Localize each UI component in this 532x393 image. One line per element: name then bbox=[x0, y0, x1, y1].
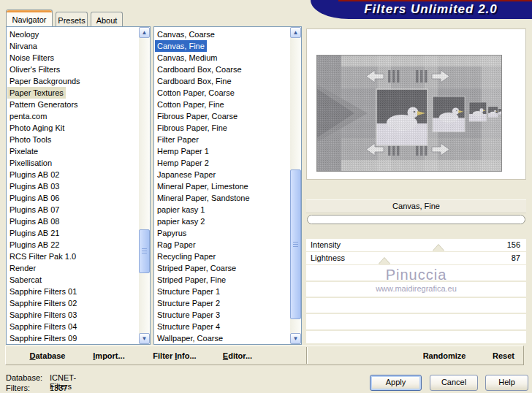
category-item[interactable]: Pixellisation bbox=[7, 157, 54, 169]
category-item[interactable]: Plugins AB 02 bbox=[7, 169, 62, 180]
filter-item[interactable]: papier kasy 1 bbox=[155, 204, 207, 215]
empty-slider-slot bbox=[306, 298, 526, 313]
scroll-thumb[interactable] bbox=[139, 229, 150, 273]
category-item[interactable]: Paper Textures bbox=[7, 87, 66, 99]
category-item[interactable]: Sapphire Filters 04 bbox=[7, 321, 79, 332]
filter-item[interactable]: Striped Paper, Coarse bbox=[155, 262, 238, 274]
category-item[interactable]: Pattern Generators bbox=[7, 99, 80, 110]
filter-item[interactable]: Fibrous Paper, Fine bbox=[155, 122, 229, 134]
apply-button[interactable]: Apply bbox=[370, 375, 422, 391]
category-item[interactable]: Oliver's Filters bbox=[7, 64, 62, 75]
category-item[interactable]: Sapphire Filters 09 bbox=[7, 332, 79, 343]
watermark-url: www.maidiregrafica.eu bbox=[306, 284, 526, 293]
category-item[interactable]: RCS Filter Pak 1.0 bbox=[7, 251, 78, 262]
filter-item[interactable]: Filter Paper bbox=[155, 134, 201, 145]
filter-item[interactable]: Striped Paper, Fine bbox=[155, 274, 228, 286]
filter-scrollbar[interactable]: ▲ ▼ bbox=[290, 27, 301, 344]
filter-item[interactable]: Structure Paper 1 bbox=[155, 286, 222, 297]
filter-item[interactable]: Structure Paper 3 bbox=[155, 309, 222, 321]
category-item[interactable]: Render bbox=[7, 262, 38, 274]
command-strip: Database Import... Filter Info... Editor… bbox=[5, 346, 524, 365]
filter-item[interactable]: Papyrus bbox=[155, 227, 189, 239]
filter-item[interactable]: Rag Paper bbox=[155, 239, 198, 251]
empty-slider-slot bbox=[306, 314, 526, 329]
filter-item[interactable]: Canvas, Medium bbox=[155, 52, 220, 64]
category-scrollbar[interactable]: ▲ ▼ bbox=[139, 27, 150, 344]
tab-presets[interactable]: Presets bbox=[56, 12, 88, 26]
filter-item[interactable]: papier kasy 2 bbox=[155, 215, 207, 227]
filter-item[interactable]: Structure Paper 2 bbox=[155, 297, 222, 309]
category-item[interactable]: Photo Tools bbox=[7, 134, 53, 145]
filter-list: Canvas, CoarseCanvas, FineCanvas, Medium… bbox=[155, 28, 289, 343]
slider-label: Lightness bbox=[311, 253, 345, 262]
app-title: Filters Unlimited 2.0 bbox=[332, 0, 529, 19]
strip-divider bbox=[306, 347, 308, 364]
slider-handle[interactable] bbox=[433, 245, 444, 251]
slider-handle[interactable] bbox=[379, 258, 390, 264]
reset-button[interactable]: Reset bbox=[487, 350, 520, 362]
filter-item[interactable]: Hemp Paper 2 bbox=[155, 157, 211, 169]
status-database-label: Database: bbox=[6, 373, 42, 382]
filter-item[interactable]: Fibrous Paper, Coarse bbox=[155, 110, 240, 122]
category-item[interactable]: Pixelate bbox=[7, 145, 40, 157]
filter-info-button[interactable]: Filter Info... bbox=[143, 350, 206, 362]
filter-item[interactable]: Cotton Paper, Coarse bbox=[155, 87, 237, 99]
category-item[interactable]: Plugins AB 21 bbox=[7, 227, 62, 239]
scroll-up-icon[interactable]: ▲ bbox=[290, 27, 301, 38]
filter-item[interactable]: Canvas, Coarse bbox=[155, 28, 217, 40]
scroll-thumb[interactable] bbox=[290, 169, 301, 319]
scroll-up-glyph: ▲ bbox=[293, 29, 299, 36]
filter-item[interactable]: Cardboard Box, Coarse bbox=[155, 64, 244, 75]
category-list: NeologyNirvanaNoise FiltersOliver's Filt… bbox=[7, 28, 138, 343]
category-item[interactable]: Plugins AB 22 bbox=[7, 239, 62, 251]
thumb-grip-icon bbox=[293, 242, 298, 247]
filter-listbox: Canvas, CoarseCanvas, FineCanvas, Medium… bbox=[153, 26, 302, 345]
scroll-up-glyph: ▲ bbox=[142, 29, 148, 36]
category-item[interactable]: Sapphire Filters 01 bbox=[7, 286, 79, 297]
thumb-grip-icon bbox=[142, 248, 147, 253]
category-item[interactable]: Plugins AB 06 bbox=[7, 192, 62, 204]
progress-bar bbox=[307, 215, 525, 224]
slider-value: 87 bbox=[512, 253, 520, 262]
category-item[interactable]: Photo Aging Kit bbox=[7, 122, 66, 134]
tab-label: Presets bbox=[56, 12, 87, 25]
intensity-slider[interactable]: Intensity 156 bbox=[306, 239, 526, 251]
category-item[interactable]: penta.com bbox=[7, 110, 49, 122]
category-item[interactable]: Paper Backgrounds bbox=[7, 75, 83, 87]
category-item[interactable]: Plugins AB 03 bbox=[7, 180, 62, 192]
filter-item[interactable]: Canvas, Fine bbox=[155, 40, 207, 52]
filter-item[interactable]: Cotton Paper, Fine bbox=[155, 99, 227, 110]
category-item[interactable]: Neology bbox=[7, 28, 41, 40]
lightness-slider[interactable]: Lightness 87 bbox=[306, 252, 526, 264]
filter-item[interactable]: Mineral Paper, Limestone bbox=[155, 180, 251, 192]
active-tab-accent bbox=[7, 10, 52, 12]
editor-button[interactable]: Editor... bbox=[212, 350, 263, 362]
category-item[interactable]: Nirvana bbox=[7, 40, 39, 52]
category-item[interactable]: Sapphire Filters 03 bbox=[7, 309, 79, 321]
category-item[interactable]: Plugins AB 08 bbox=[7, 215, 62, 227]
filter-item[interactable]: Hemp Paper 1 bbox=[155, 145, 211, 157]
filter-item[interactable]: Cardboard Box, Fine bbox=[155, 75, 234, 87]
scroll-down-icon[interactable]: ▼ bbox=[139, 333, 150, 344]
cancel-button[interactable]: Cancel bbox=[430, 375, 478, 391]
tab-label: About bbox=[91, 12, 122, 25]
tab-navigator[interactable]: Navigator bbox=[6, 9, 53, 26]
category-item[interactable]: Sapphire Filters 02 bbox=[7, 297, 79, 309]
category-item[interactable]: Noise Filters bbox=[7, 52, 56, 64]
scroll-up-icon[interactable]: ▲ bbox=[139, 27, 150, 38]
status-database: Database: ICNET-Filters bbox=[6, 373, 42, 382]
filter-item[interactable]: Structure Paper 4 bbox=[155, 321, 222, 332]
filter-item[interactable]: Mineral Paper, Sandstone bbox=[155, 192, 252, 204]
category-item[interactable]: Sabercat bbox=[7, 274, 44, 286]
filter-item[interactable]: Recycling Paper bbox=[155, 251, 218, 262]
database-button[interactable]: Database bbox=[16, 350, 79, 362]
filter-item[interactable]: Japanese Paper bbox=[155, 169, 218, 180]
tab-about[interactable]: About bbox=[91, 12, 123, 26]
help-button[interactable]: Help bbox=[485, 375, 528, 391]
slider-label: Intensity bbox=[311, 240, 341, 249]
filter-item[interactable]: Wallpaper, Coarse bbox=[155, 332, 225, 343]
category-item[interactable]: Plugins AB 07 bbox=[7, 204, 62, 215]
scroll-down-icon[interactable]: ▼ bbox=[290, 333, 301, 344]
randomize-button[interactable]: Randomize bbox=[406, 350, 482, 362]
import-button[interactable]: Import... bbox=[82, 350, 136, 362]
